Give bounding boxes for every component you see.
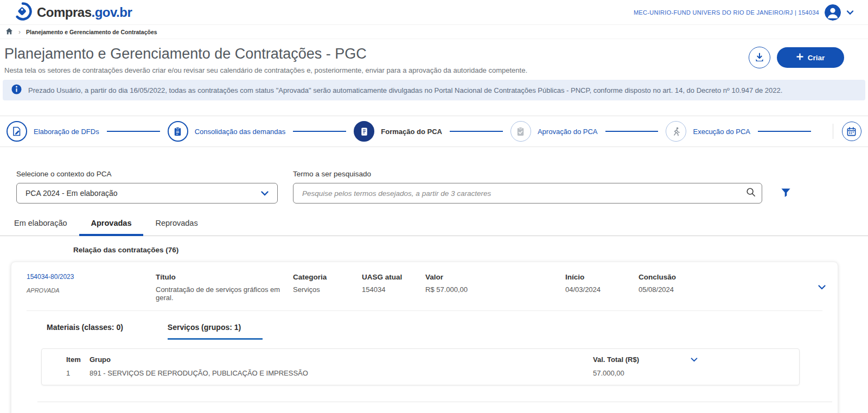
contract-status-label: APROVADA	[27, 287, 60, 294]
create-button[interactable]: Criar	[777, 47, 844, 68]
info-alert: Prezado Usuário, a partir do dia 16/05/2…	[3, 80, 865, 100]
items-table: Item Grupo Val. Total (R$) 1 891 - SERVI…	[41, 348, 800, 385]
create-button-label: Criar	[808, 54, 825, 62]
tab-reprovadas[interactable]: Reprovadas	[143, 219, 209, 236]
tab-em-elaboracao[interactable]: Em elaboração	[2, 219, 79, 236]
user-org-label[interactable]: MEC-UNIRIO-FUND UNIVERS DO RIO DE JANEIR…	[634, 9, 819, 16]
pca-context-selected-value: PCA 2024 - Em elaboração	[25, 189, 118, 198]
cell-grupo: 891 - SERVIÇOS DE REPRODUÇÃO, PUBLICAÇÃO…	[90, 369, 593, 377]
title-section: Planejamento e Gerenciamento de Contrata…	[0, 39, 868, 74]
step-label: Elaboração de DFDs	[34, 128, 99, 136]
filter-funnel-icon[interactable]	[781, 188, 791, 199]
page-title: Planejamento e Gerenciamento de Contrata…	[4, 46, 527, 62]
cell-item: 1	[42, 369, 90, 377]
step-execucao-pca[interactable]: Execução do PCA	[666, 121, 750, 142]
contract-card: 154034-80/2023 APROVADA Título Contrataç…	[11, 262, 838, 413]
breadcrumb: › Planejamento e Gerenciamento de Contra…	[0, 25, 868, 39]
step-connector	[450, 131, 503, 132]
filters-section: Selecione o contexto do PCA PCA 2024 - E…	[0, 147, 868, 204]
field-value-categoria: Serviços	[293, 285, 362, 294]
field-label-inicio: Início	[565, 273, 639, 281]
user-menu-chevron-down-icon[interactable]	[846, 8, 854, 17]
step-connector	[107, 131, 160, 132]
contract-row[interactable]: 154034-80/2023 APROVADA Título Contrataç…	[11, 262, 838, 310]
sort-chevron-down-icon[interactable]	[691, 358, 698, 362]
clipboard-check-icon	[510, 121, 531, 142]
items-table-row[interactable]: 1 891 - SERVIÇOS DE REPRODUÇÃO, PUBLICAÇ…	[42, 368, 799, 385]
field-value-conclusao: 05/08/2024	[639, 285, 814, 294]
header-val-total: Val. Total (R$)	[593, 355, 639, 364]
clipboard-icon	[168, 121, 188, 142]
comprasgov-logo[interactable]: Compras.gov.br	[13, 2, 132, 23]
field-value-valor: R$ 57.000,00	[425, 285, 565, 294]
field-label-titulo: Título	[156, 273, 293, 281]
search-input[interactable]	[293, 183, 762, 204]
list-title: Relação das contratações (76)	[73, 246, 868, 254]
search-term-label: Termo a ser pesquisado	[293, 170, 762, 178]
user-area: MEC-UNIRIO-FUND UNIVERS DO RIO DE JANEIR…	[634, 4, 854, 21]
pca-stepper: Elaboração de DFDs Consolidação das dema…	[0, 116, 868, 147]
step-connector	[605, 131, 659, 132]
home-icon[interactable]	[5, 27, 13, 37]
cell-val-total: 57.000,00	[593, 369, 799, 377]
header-grupo: Grupo	[90, 355, 593, 364]
info-icon	[11, 84, 22, 96]
accompaniments-label: Acompanhamentos	[11, 402, 838, 413]
calendar-button[interactable]	[842, 122, 861, 141]
top-header: Compras.gov.br MEC-UNIRIO-FUND UNIVERS D…	[0, 0, 868, 25]
items-table-header-row: Item Grupo Val. Total (R$)	[42, 349, 799, 368]
comprasgov-logo-icon	[13, 2, 33, 23]
select-chevron-down-icon	[261, 189, 269, 198]
row-expand-chevron-down-icon[interactable]	[814, 273, 830, 302]
step-label: Formação do PCA	[381, 128, 442, 136]
step-label: Consolidação das demandas	[195, 128, 286, 136]
stepper-divider	[833, 124, 833, 139]
field-label-categoria: Categoria	[293, 273, 362, 281]
header-item: Item	[42, 355, 90, 364]
step-connector	[758, 131, 811, 132]
logo-text-blue: .gov.br	[92, 5, 132, 20]
runner-icon	[666, 121, 686, 142]
document-icon	[354, 121, 374, 142]
subtab-materiais[interactable]: Materiais (classes: 0)	[47, 323, 145, 340]
step-aprovacao-pca[interactable]: Aprovação do PCA	[510, 121, 598, 142]
field-label-uasg: UASG atual	[362, 273, 425, 281]
field-label-conclusao: Conclusão	[639, 273, 814, 281]
field-value-titulo: Contratação de de serviços gráficos em g…	[156, 285, 293, 302]
pca-context-label: Selecione o contexto do PCA	[16, 170, 278, 178]
status-tabs: Em elaboração Aprovadas Reprovadas	[0, 219, 868, 236]
contract-id-link[interactable]: 154034-80/2023	[27, 273, 156, 281]
edit-document-icon	[7, 121, 27, 142]
plus-icon	[796, 53, 803, 62]
field-label-valor: Valor	[425, 273, 565, 281]
step-elaboracao-dfds[interactable]: Elaboração de DFDs	[7, 121, 99, 142]
info-alert-text: Prezado Usuário, a partir do dia 16/05/2…	[28, 86, 782, 94]
page-subtitle: Nesta tela os setores de contratações de…	[4, 66, 527, 74]
pca-context-select[interactable]: PCA 2024 - Em elaboração	[16, 183, 278, 204]
step-label: Execução do PCA	[693, 128, 750, 136]
subtab-servicos[interactable]: Serviços (grupos: 1)	[168, 323, 263, 340]
download-button[interactable]	[749, 47, 770, 68]
field-value-uasg: 154034	[362, 285, 425, 294]
step-connector	[293, 131, 346, 132]
logo-text-dark: Compras	[37, 5, 92, 20]
step-formacao-pca[interactable]: Formação do PCA	[354, 121, 442, 142]
tab-aprovadas[interactable]: Aprovadas	[79, 219, 144, 236]
avatar[interactable]	[825, 4, 841, 21]
breadcrumb-current[interactable]: Planejamento e Gerenciamento de Contrata…	[26, 29, 157, 35]
item-type-subtabs: Materiais (classes: 0) Serviços (grupos:…	[11, 311, 838, 340]
step-consolidacao-demandas[interactable]: Consolidação das demandas	[168, 121, 286, 142]
breadcrumb-separator: ›	[18, 28, 21, 36]
search-icon[interactable]	[746, 187, 756, 199]
step-label: Aprovação do PCA	[538, 128, 598, 136]
field-value-inicio: 04/03/2024	[565, 285, 639, 294]
